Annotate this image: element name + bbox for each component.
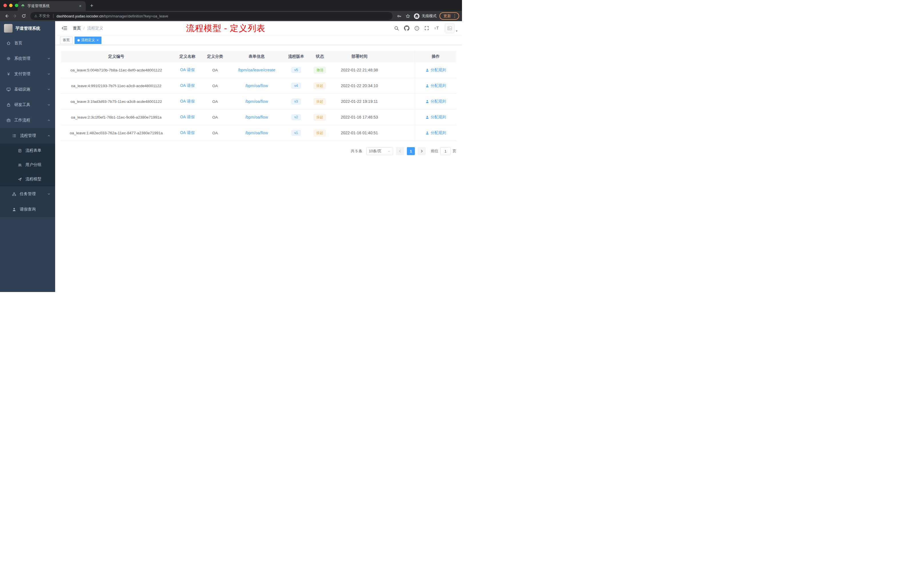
chevron-down-icon [47,72,51,76]
caret-down-icon: ▾ [456,30,457,33]
assign-rule-link[interactable]: 分配规则 [426,99,446,104]
avatar-image-placeholder-icon [445,23,455,33]
form-info-link[interactable]: /bpm/oa/flow [245,115,268,119]
update-label: 更新 [444,13,451,18]
version-badge: v3 [291,99,301,104]
sidebar-logo[interactable]: 芋道管理系统 [0,21,55,35]
tag-home[interactable]: 首页 [60,36,73,44]
definition-name-link[interactable]: OA 请假 [180,130,195,135]
chevron-down-icon [388,150,391,153]
star-icon[interactable] [403,12,412,20]
search-icon[interactable] [394,26,399,31]
chevron-down-icon [47,103,51,107]
form-info-link[interactable]: /bpm/oa/flow [245,83,268,88]
address-bar[interactable]: ⚠ 不安全 dashboard.yudao.iocoder.cn/bpm/man… [30,12,393,20]
traffic-light-minimize[interactable] [9,4,13,7]
yen-icon: ¥ [6,72,11,76]
tab-close-icon[interactable]: × [78,3,83,8]
lock-icon [6,102,11,107]
goto-page-input[interactable] [440,147,450,155]
monitor-icon [6,87,11,92]
chevron-down-icon [47,192,51,196]
fullscreen-icon[interactable] [424,26,429,31]
browser-toolbar: ⚠ 不安全 dashboard.yudao.iocoder.cn/bpm/man… [0,11,462,21]
sidebar-item-process-model[interactable]: 流程模型 [0,172,55,186]
table-row: oa_leave:4:991f2193-7b7f-11ec-a3c8-acde4… [61,78,456,94]
key-icon[interactable] [395,12,403,20]
traffic-light-zoom[interactable] [15,4,18,7]
cell-category: OA [203,115,227,119]
assign-rule-link[interactable]: 分配规则 [426,130,446,135]
user-icon [426,100,429,104]
sidebar-item-user-group[interactable]: 用户分组 [0,158,55,172]
form-info-link[interactable]: /bpm/oa/flow [245,130,268,135]
svg-text:?: ? [416,27,418,30]
browser-menu-dots-icon[interactable]: ⋮ [452,13,457,18]
user-avatar[interactable]: ▾ [445,23,457,33]
column-header: 状态 [306,54,334,59]
sidebar-item-devtools[interactable]: 研发工具 [0,97,55,112]
sidebar-item-workflow[interactable]: 工作流程 [0,112,55,128]
page-url[interactable]: dashboard.yudao.iocoder.cn/bpm/manager/d… [56,14,168,18]
browser-tab[interactable]: 芋道管理系统 × [18,1,86,11]
home-icon [6,41,11,45]
gear-icon [6,56,11,61]
sidebar-item-process-management[interactable]: 流程管理 [0,128,55,144]
logo-avatar [4,24,13,33]
forward-icon[interactable] [11,12,20,20]
sidebar-item-process-form[interactable]: 流程表单 [0,144,55,158]
tag-process-definition[interactable]: 流程定义 × [74,36,101,44]
breadcrumb: 首页 / 流程定义 [73,26,103,31]
column-header: 部署时间 [334,54,385,59]
incognito-badge: 无痕模式 [414,13,437,19]
breadcrumb-separator: / [83,26,84,31]
chevron-up-icon [47,119,51,122]
form-info-link[interactable]: /bpm/oa/leave/create [238,68,276,72]
column-header: 定义名称 [172,54,203,59]
sidebar-item-payment[interactable]: ¥ 支付管理 [0,66,55,82]
briefcase-icon [6,118,11,122]
security-label[interactable]: 不安全 [39,13,50,18]
next-page-button[interactable] [418,147,426,155]
active-dot [78,39,80,41]
svg-text:T: T [436,26,439,30]
tags-view: 首页 流程定义 × [55,35,462,45]
update-button[interactable]: 更新 ⋮ [439,12,459,20]
reload-icon[interactable] [20,12,28,20]
breadcrumb-home[interactable]: 首页 [73,26,81,31]
sidebar-item-task-management[interactable]: 任务管理 [0,186,55,202]
cell-definition-id: oa_leave:1:482ec033-762a-11ec-8477-a2380… [61,131,172,135]
sidebar-item-infrastructure[interactable]: 基础设施 [0,82,55,97]
page-number-1[interactable]: 1 [407,147,415,155]
sidebar-toggle-icon[interactable] [60,24,69,33]
url-path: /bpm/manager/definition?key=oa_leave [103,14,168,18]
sidebar-item-leave-query[interactable]: 请假查询 [0,202,55,217]
tab-title: 芋道管理系统 [27,3,76,8]
sidebar-item-home[interactable]: 首页 [0,35,55,51]
table-row: oa_leave:3:1fad3d93-7b75-11ec-a3c8-acde4… [61,94,456,109]
definition-name-link[interactable]: OA 请假 [180,99,195,104]
sidebar: 芋道管理系统 首页 系统管理 ¥ 支付管理 基础设施 研发工具 [0,21,55,292]
back-icon[interactable] [2,12,11,20]
version-badge: v2 [291,114,301,120]
assign-rule-link[interactable]: 分配规则 [426,83,446,88]
font-size-icon[interactable]: TT [434,26,439,31]
new-tab-button[interactable]: + [87,2,96,10]
form-info-link[interactable]: /bpm/oa/flow [245,99,268,104]
definition-name-link[interactable]: OA 请假 [180,83,195,88]
table-row: oa_leave:5:004b710b-7b8a-11ec-8ef0-acde4… [61,62,456,78]
assign-rule-link[interactable]: 分配规则 [426,68,446,73]
page-size-select[interactable]: 10条/页 [366,147,393,155]
pagination: 共 5 条 10条/页 1 前往 页 [61,147,456,155]
tag-close-icon[interactable]: × [97,39,99,42]
github-icon[interactable] [404,25,409,31]
traffic-light-close[interactable] [3,4,7,7]
version-badge: v4 [291,83,301,89]
navbar: 首页 / 流程定义 流程模型 - 定义列表 ? TT [55,21,462,35]
definition-name-link[interactable]: OA 请假 [180,68,195,72]
prev-page-button[interactable] [396,147,404,155]
assign-rule-link[interactable]: 分配规则 [426,115,446,120]
help-icon[interactable]: ? [414,26,419,31]
definition-name-link[interactable]: OA 请假 [180,115,195,119]
sidebar-item-system[interactable]: 系统管理 [0,51,55,66]
